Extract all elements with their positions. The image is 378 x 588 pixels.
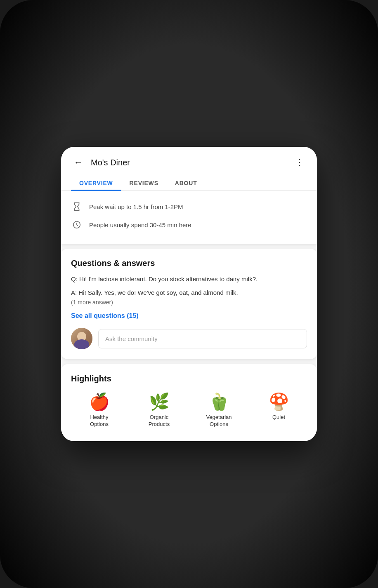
see-all-questions-link[interactable]: See all questions (15) <box>71 312 307 320</box>
questions-card: Questions & answers Q: Hi! I'm lactose i… <box>61 249 317 359</box>
phone-screen: ← Mo's Diner ⋮ OVERVIEW REVIEWS ABOUT <box>61 147 317 441</box>
phone-wrapper: ← Mo's Diner ⋮ OVERVIEW REVIEWS ABOUT <box>0 0 378 588</box>
restaurant-card: ← Mo's Diner ⋮ OVERVIEW REVIEWS ABOUT <box>61 147 317 244</box>
qa-more-answers: (1 more answer) <box>71 299 307 306</box>
highlight-healthy-options: 🍎 Healthy Options <box>83 393 116 428</box>
qa-question-text: Q: Hi! I'm lactose intolerant. Do you st… <box>71 275 307 284</box>
ask-community-input[interactable]: Ask the community <box>98 329 307 348</box>
more-options-button[interactable]: ⋮ <box>292 155 307 170</box>
tab-overview[interactable]: OVERVIEW <box>71 175 121 191</box>
wait-time-row: Peak wait up to 1.5 hr from 1-2PM <box>71 198 307 216</box>
time-spent-text: People usually spend 30-45 min here <box>89 221 191 228</box>
qa-answer-text: A: Hi! Sally. Yes, we do! We've got soy,… <box>71 288 307 298</box>
highlights-title: Highlights <box>71 374 307 383</box>
wait-time-text: Peak wait up to 1.5 hr from 1-2PM <box>89 203 183 210</box>
highlight-vegetarian-options: 🫑 Vegetarian Options <box>203 393 236 428</box>
hourglass-icon <box>71 201 83 212</box>
quiet-icon: 🍄 <box>269 393 289 410</box>
organic-products-icon: 🌿 <box>149 393 170 410</box>
tab-bar: OVERVIEW REVIEWS ABOUT <box>61 175 317 191</box>
healthy-options-icon: 🍎 <box>89 393 110 410</box>
header: ← Mo's Diner ⋮ <box>61 147 317 175</box>
avatar <box>71 328 92 349</box>
restaurant-title: Mo's Diner <box>91 158 292 167</box>
organic-products-label: Organic Products <box>143 414 176 428</box>
highlights-card: Highlights 🍎 Healthy Options 🌿 Organic P… <box>61 364 317 441</box>
back-arrow-icon: ← <box>74 157 83 168</box>
vegetarian-options-icon: 🫑 <box>209 393 229 410</box>
avatar-image <box>71 328 92 349</box>
ask-community-row: Ask the community <box>71 328 307 349</box>
time-spent-row: People usually spend 30-45 min here <box>71 216 307 234</box>
healthy-options-label: Healthy Options <box>83 414 116 428</box>
vegetarian-options-label: Vegetarian Options <box>203 414 236 428</box>
clock-icon <box>71 219 83 230</box>
tab-about[interactable]: ABOUT <box>167 175 206 191</box>
highlight-quiet: 🍄 Quiet <box>262 393 295 421</box>
info-section: Peak wait up to 1.5 hr from 1-2PM People… <box>61 191 317 237</box>
questions-title: Questions & answers <box>71 259 307 268</box>
quiet-label: Quiet <box>272 414 285 421</box>
highlight-organic-products: 🌿 Organic Products <box>143 393 176 428</box>
tab-reviews[interactable]: REVIEWS <box>121 175 167 191</box>
more-icon: ⋮ <box>295 157 305 168</box>
highlights-grid: 🍎 Healthy Options 🌿 Organic Products 🫑 V… <box>71 393 307 428</box>
back-button[interactable]: ← <box>71 155 86 170</box>
